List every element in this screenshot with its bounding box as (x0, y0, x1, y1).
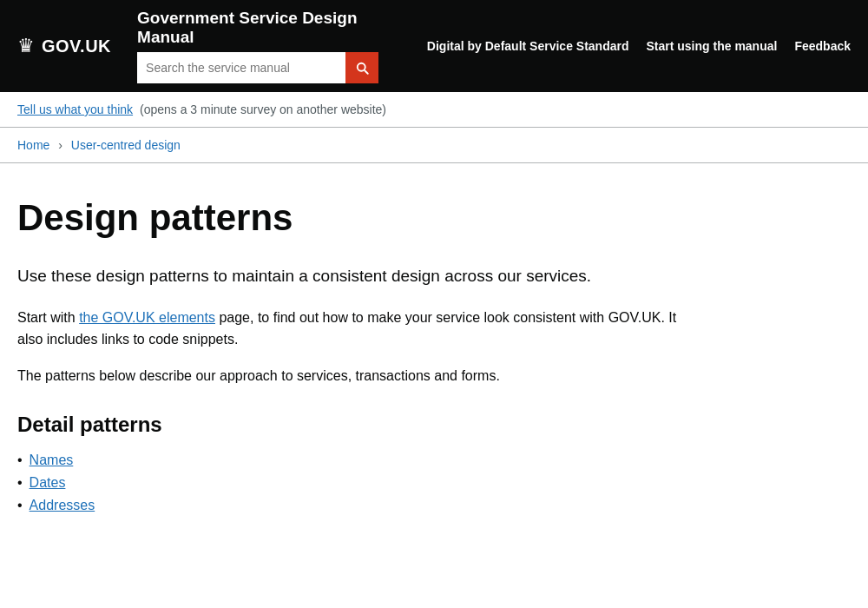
crown-icon: ♛ (17, 35, 35, 57)
manual-title: Government Service Design Manual (137, 9, 401, 47)
search-form (137, 52, 380, 83)
breadcrumb-current[interactable]: User-centred design (71, 138, 181, 152)
breadcrumb-home[interactable]: Home (17, 138, 49, 152)
intro-paragraph: Use these design patterns to maintain a … (17, 264, 677, 289)
header-center: Government Service Design Manual (137, 9, 401, 83)
pattern-link-names[interactable]: Names (30, 453, 74, 468)
list-item: Dates (17, 472, 677, 494)
pattern-link-dates[interactable]: Dates (30, 475, 66, 491)
body-paragraph-2: The patterns below describe our approach… (17, 365, 677, 387)
page-title: Design patterns (17, 198, 677, 238)
body-p1-prefix: Start with (17, 310, 79, 325)
site-name: GOV.UK (42, 36, 111, 56)
search-button[interactable] (345, 52, 378, 83)
gov-uk-logo[interactable]: ♛ GOV.UK (17, 35, 111, 57)
nav-standard-link[interactable]: Digital by Default Service Standard (427, 39, 629, 53)
site-header: ♛ GOV.UK Government Service Design Manua… (0, 0, 868, 92)
nav-feedback-link[interactable]: Feedback (794, 39, 851, 53)
detail-patterns-list: Names Dates Addresses (17, 449, 677, 517)
nav-start-link[interactable]: Start using the manual (646, 39, 777, 53)
survey-link[interactable]: Tell us what you think (17, 102, 133, 116)
body-paragraph-1: Start with the GOV.UK elements page, to … (17, 307, 677, 351)
list-item: Names (17, 449, 677, 472)
breadcrumb-separator: › (58, 138, 62, 152)
survey-banner: Tell us what you think (opens a 3 minute… (0, 92, 868, 128)
breadcrumb: Home › User-centred design (0, 128, 868, 163)
header-nav: Digital by Default Service Standard Star… (427, 39, 851, 53)
search-icon (354, 60, 370, 76)
list-item: Addresses (17, 494, 677, 517)
survey-note: (opens a 3 minute survey on another webs… (140, 102, 386, 116)
main-content: Design patterns Use these design pattern… (0, 163, 694, 552)
gov-uk-elements-link[interactable]: the GOV.UK elements (79, 310, 215, 325)
detail-patterns-heading: Detail patterns (17, 413, 677, 437)
pattern-link-addresses[interactable]: Addresses (30, 498, 95, 513)
search-input[interactable] (137, 52, 345, 83)
